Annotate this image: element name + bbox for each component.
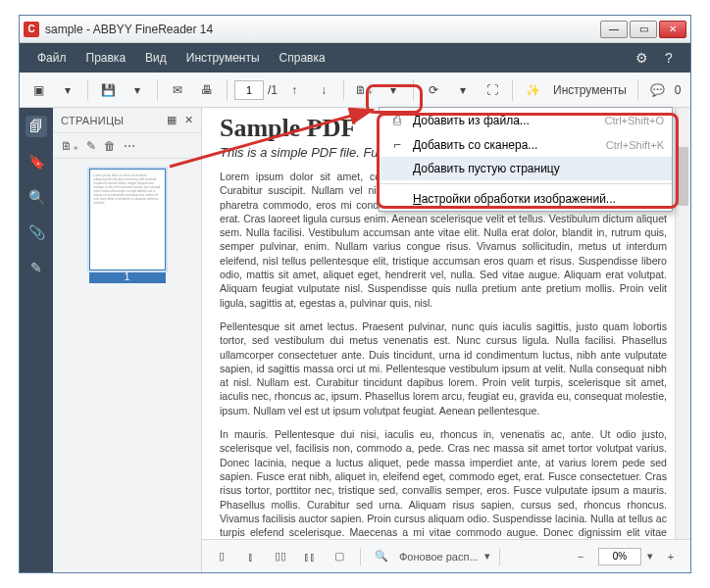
save-button[interactable]: 💾 [95, 77, 121, 103]
comments-button[interactable]: 💬 [645, 77, 671, 103]
fit-two-continuous-icon[interactable]: ⫿⫿ [298, 546, 322, 567]
menu-help[interactable]: Справка [270, 45, 335, 71]
thumbnail-area: Lorem ipsum dolor sit amet consectetuer … [53, 159, 201, 293]
page-input[interactable] [234, 80, 264, 100]
bottombar: ▯ ⫿ ▯▯ ⫿⫿ ▢ 🔍 Фоновое расп... ▾ − ▾ + [202, 539, 690, 572]
sidebar-edit-icon[interactable]: ✎ [86, 139, 96, 153]
zoom-out-button[interactable]: − [569, 546, 592, 567]
print-button[interactable]: 🖶 [194, 77, 220, 103]
background-label[interactable]: Фоновое расп... [399, 551, 479, 563]
toolbar: ▣ ▾ 💾 ▾ ✉ 🖶 /1 ↑ ↓ 🗎₊ ▾ ⟳ ▾ ⛶ ✨ Инструме… [20, 73, 690, 108]
sidebar-header: СТРАНИЦЫ ▦ ✕ [53, 108, 201, 133]
comments-count: 0 [675, 83, 682, 97]
page-up-button[interactable]: ↑ [281, 77, 307, 103]
sidebar-close-icon[interactable]: ✕ [184, 114, 193, 126]
scrollbar-thumb[interactable] [678, 147, 688, 206]
pages-tab-icon[interactable]: 🗐 [25, 116, 47, 137]
sidebar-delete-icon[interactable]: 🗑 [104, 139, 116, 153]
new-button[interactable]: ▣ [25, 77, 51, 103]
doc-para: In mauris. Pellentesque dui nisi, iaculi… [220, 427, 667, 539]
menu-edit[interactable]: Правка [76, 45, 136, 71]
sidebar-add-icon[interactable]: 🗎₊ [61, 139, 78, 153]
doc-para: Pellentesque sit amet lectus. Praesent p… [220, 319, 667, 417]
zoom-dropdown-icon[interactable]: ▾ [647, 550, 653, 563]
crop-button[interactable]: ⛶ [480, 77, 505, 103]
menu-file[interactable]: Файл [27, 45, 76, 71]
zoom-in-button[interactable]: + [659, 546, 683, 567]
window-title: sample - ABBYY FineReader 14 [45, 23, 600, 36]
app-icon: C [24, 22, 39, 37]
help-icon[interactable]: ? [655, 50, 683, 66]
sidebar-more-icon[interactable]: ⋯ [124, 139, 135, 153]
vertical-scrollbar[interactable] [675, 108, 690, 539]
zoom-glass-icon[interactable]: 🔍 [370, 546, 393, 567]
fit-single-icon[interactable]: ▯ [210, 546, 233, 567]
settings-icon[interactable]: ⚙ [628, 50, 655, 66]
menu-view[interactable]: Вид [135, 45, 177, 71]
rotate-button[interactable]: ⟳ [421, 77, 446, 103]
page-down-button[interactable]: ↓ [311, 77, 336, 103]
mail-button[interactable]: ✉ [165, 77, 190, 103]
add-page-dropdown[interactable]: ▾ [380, 77, 406, 103]
add-page-dropdown-menu: ⎙ Добавить из файла... Ctrl+Shift+O ⌐ До… [379, 107, 673, 212]
file-plus-icon: ⎙ [387, 113, 407, 127]
scanner-icon: ⌐ [387, 137, 407, 152]
dd-add-from-file[interactable]: ⎙ Добавить из файла... Ctrl+Shift+O [380, 108, 672, 132]
titlebar: C sample - ABBYY FineReader 14 — ▭ ✕ [20, 16, 690, 43]
dd-separator [380, 183, 672, 184]
sidebar-title: СТРАНИЦЫ [61, 115, 167, 126]
page-total: /1 [268, 83, 278, 97]
dd-shortcut: Ctrl+Shift+O [604, 115, 664, 126]
minimize-button[interactable]: — [600, 21, 628, 38]
fit-continuous-icon[interactable]: ⫿ [239, 546, 263, 567]
sidebar: СТРАНИЦЫ ▦ ✕ 🗎₊ ✎ 🗑 ⋯ Lorem ipsum dolor … [53, 108, 202, 572]
sidebar-tools: 🗎₊ ✎ 🗑 ⋯ [53, 133, 201, 159]
page-thumbnail[interactable]: Lorem ipsum dolor sit amet consectetuer … [89, 169, 166, 270]
fit-icon[interactable]: ▢ [328, 546, 351, 567]
attachments-tab-icon[interactable]: 📎 [25, 221, 47, 243]
fit-two-page-icon[interactable]: ▯▯ [269, 546, 292, 567]
thumbnail-number: 1 [89, 270, 166, 283]
left-strip: 🗐 🔖 🔍 📎 ✎ [20, 108, 53, 572]
add-page-button[interactable]: 🗎₊ [351, 77, 377, 103]
sidebar-grid-icon[interactable]: ▦ [167, 114, 177, 126]
maximize-button[interactable]: ▭ [630, 21, 657, 38]
zoom-input[interactable] [598, 548, 641, 565]
search-tab-icon[interactable]: 🔍 [25, 186, 47, 208]
save-dropdown[interactable]: ▾ [125, 77, 150, 103]
close-button[interactable]: ✕ [659, 21, 686, 38]
window-buttons: — ▭ ✕ [600, 21, 686, 38]
open-dropdown[interactable]: ▾ [55, 77, 80, 103]
dd-image-settings[interactable]: Настройки обработки изображений... [380, 187, 672, 211]
wand-icon[interactable]: ✨ [520, 77, 545, 103]
dd-shortcut: Ctrl+Shift+K [606, 139, 664, 151]
dd-add-blank-page[interactable]: Добавить пустую страницу [380, 157, 672, 180]
rotate-dropdown[interactable]: ▾ [450, 77, 476, 103]
signature-tab-icon[interactable]: ✎ [25, 257, 47, 278]
dd-add-from-scanner[interactable]: ⌐ Добавить со сканера... Ctrl+Shift+K [380, 132, 672, 157]
bookmarks-tab-icon[interactable]: 🔖 [25, 151, 47, 172]
menu-tools[interactable]: Инструменты [177, 45, 270, 71]
bg-dropdown-icon[interactable]: ▾ [484, 550, 490, 563]
tools-label[interactable]: Инструменты [549, 83, 631, 97]
app-window: C sample - ABBYY FineReader 14 — ▭ ✕ Фай… [19, 15, 691, 573]
menubar: Файл Правка Вид Инструменты Справка ⚙ ? [20, 43, 690, 73]
